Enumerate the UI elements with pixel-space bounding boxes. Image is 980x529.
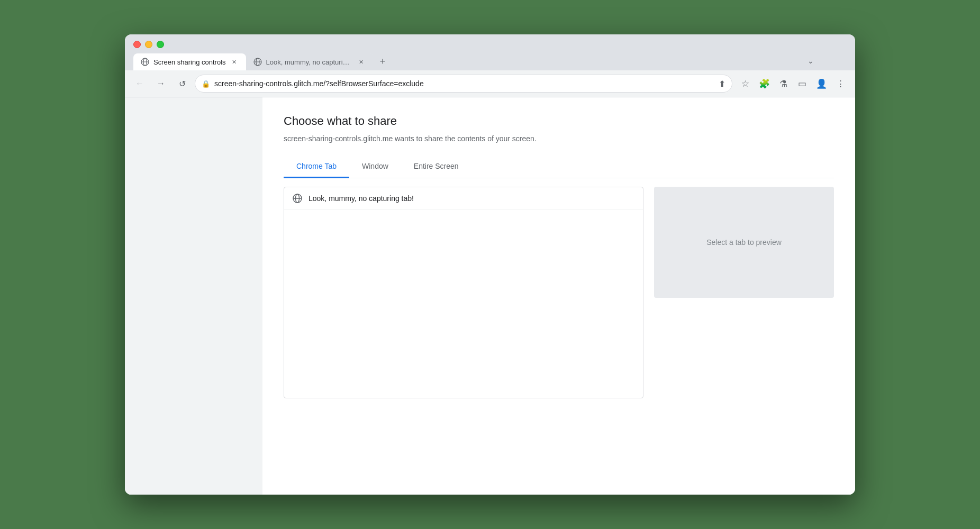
- share-page-icon[interactable]: ⬆: [719, 79, 725, 89]
- tab1-title: Screen sharing controls: [153, 58, 226, 66]
- dialog-title: Choose what to share: [284, 114, 834, 128]
- list-item-favicon-icon: [293, 194, 302, 203]
- tab-window[interactable]: Window: [349, 156, 401, 178]
- window-label: Window: [362, 162, 388, 170]
- list-item-title: Look, mummy, no capturing tab!: [308, 194, 414, 203]
- omnibox[interactable]: 🔒 screen-sharing-controls.glitch.me/?sel…: [195, 75, 732, 93]
- url-text: screen-sharing-controls.glitch.me/?selfB…: [214, 79, 714, 88]
- reload-button[interactable]: ↺: [174, 75, 190, 92]
- entire-screen-label: Entire Screen: [414, 162, 459, 170]
- chrome-tab-label: Chrome Tab: [296, 162, 337, 170]
- back-icon: ←: [135, 79, 144, 88]
- close-button[interactable]: [133, 41, 141, 48]
- bookmark-icon[interactable]: ☆: [737, 75, 754, 92]
- tabs-row: Screen sharing controls ✕ Look, mummy, n…: [125, 53, 855, 70]
- browser-tab-1[interactable]: Screen sharing controls ✕: [133, 53, 246, 70]
- tab2-title: Look, mummy, no capturing ta…: [266, 58, 353, 66]
- left-panel: [125, 97, 262, 495]
- tab-chrome-tab[interactable]: Chrome Tab: [284, 156, 349, 178]
- share-content: Look, mummy, no capturing tab! Select a …: [284, 178, 834, 398]
- dialog-subtitle: screen-sharing-controls.glitch.me wants …: [284, 134, 834, 143]
- tab-dropdown-button[interactable]: ⌄: [803, 53, 818, 68]
- toolbar-icons: ☆ 🧩 ⚗ ▭ 👤 ⋮: [737, 75, 849, 92]
- forward-button[interactable]: →: [152, 75, 169, 92]
- back-button[interactable]: ←: [131, 75, 148, 92]
- tab-entire-screen[interactable]: Entire Screen: [401, 156, 471, 178]
- extensions-icon[interactable]: 🧩: [756, 75, 773, 92]
- forward-icon: →: [157, 79, 165, 88]
- menu-icon[interactable]: ⋮: [832, 75, 849, 92]
- list-item[interactable]: Look, mummy, no capturing tab!: [284, 187, 643, 210]
- maximize-button[interactable]: [157, 41, 164, 48]
- preview-label: Select a tab to preview: [706, 238, 782, 247]
- browser-tab-2[interactable]: Look, mummy, no capturing ta… ✕: [246, 53, 373, 70]
- labs-icon[interactable]: ⚗: [775, 75, 792, 92]
- tab2-close-icon[interactable]: ✕: [357, 58, 366, 66]
- profile-icon[interactable]: 👤: [813, 75, 830, 92]
- minimize-button[interactable]: [145, 41, 152, 48]
- tab-list: Look, mummy, no capturing tab!: [284, 187, 643, 398]
- traffic-lights: [125, 41, 855, 53]
- new-tab-button[interactable]: ＋: [375, 53, 390, 68]
- page-content: Choose what to share screen-sharing-cont…: [125, 97, 855, 495]
- tab1-close-icon[interactable]: ✕: [230, 58, 239, 66]
- main-content: Choose what to share screen-sharing-cont…: [262, 97, 855, 495]
- preview-box: Select a tab to preview: [654, 187, 834, 298]
- lock-icon: 🔒: [202, 80, 210, 88]
- share-tabs: Chrome Tab Window Entire Screen: [284, 156, 834, 178]
- tab1-favicon-icon: [141, 58, 149, 66]
- title-bar: Screen sharing controls ✕ Look, mummy, n…: [125, 34, 855, 70]
- toolbar: ← → ↺ 🔒 screen-sharing-controls.glitch.m…: [125, 70, 855, 97]
- browser-window: Screen sharing controls ✕ Look, mummy, n…: [125, 34, 855, 495]
- tab2-favicon-icon: [253, 58, 262, 66]
- preview-panel: Select a tab to preview: [654, 187, 834, 398]
- sidebar-icon[interactable]: ▭: [794, 75, 811, 92]
- reload-icon: ↺: [179, 79, 186, 89]
